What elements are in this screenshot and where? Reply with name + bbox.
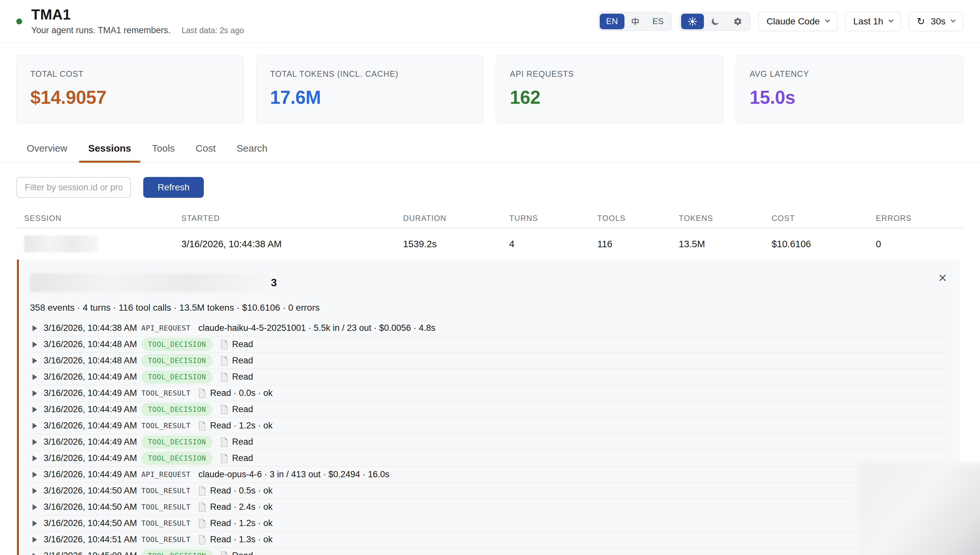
privacy-blur-overlay xyxy=(858,463,980,555)
document-icon xyxy=(220,372,228,382)
agent-select[interactable]: Claude Code xyxy=(758,12,837,31)
event-detail-text: Read · 1.2s · ok xyxy=(210,421,272,431)
language-option-en[interactable]: EN xyxy=(600,14,624,29)
tab[interactable]: Overview xyxy=(27,133,68,162)
language-option-es[interactable]: ES xyxy=(646,14,670,29)
expand-caret-icon xyxy=(32,423,37,429)
event-type-badge: TOOL_DECISION xyxy=(141,549,212,555)
document-icon xyxy=(198,486,206,496)
time-range-value: Last 1h xyxy=(853,16,883,27)
session-title-suffix: 3 xyxy=(271,276,277,289)
language-toggle: EN ES xyxy=(598,12,672,31)
tab[interactable]: Search xyxy=(237,133,268,162)
expand-caret-icon xyxy=(32,390,37,396)
system-theme-button[interactable] xyxy=(727,14,749,29)
event-type-badge: TOOL_DECISION xyxy=(141,354,212,367)
event-row[interactable]: 3/16/2026, 10:44:49 AM API_REQUEST claud… xyxy=(30,467,946,483)
refresh-button[interactable]: Refresh xyxy=(143,177,204,198)
stat-label: TOTAL TOKENS (INCL. CACHE) xyxy=(270,69,470,79)
event-timestamp: 3/16/2026, 10:44:49 AM xyxy=(43,470,141,480)
event-row[interactable]: 3/16/2026, 10:44:49 AM TOOL_DECISION Rea… xyxy=(30,434,946,450)
status-dot xyxy=(16,19,22,24)
tab[interactable]: Sessions xyxy=(88,133,131,162)
event-detail-text: claude-opus-4-6 · 3 in / 413 out · $0.24… xyxy=(198,470,389,480)
expand-caret-icon xyxy=(32,342,37,347)
expand-caret-icon xyxy=(32,504,37,510)
event-type-badge: TOOL_RESULT xyxy=(141,389,190,397)
session-row[interactable]: 3/16/2026, 10:44:38 AM 1539.2s 4 116 13.… xyxy=(16,228,964,260)
column-header: SESSION xyxy=(16,214,174,223)
event-row[interactable]: 3/16/2026, 10:44:49 AM TOOL_DECISION Rea… xyxy=(30,369,946,385)
event-row[interactable]: 3/16/2026, 10:44:48 AM TOOL_DECISION Rea… xyxy=(30,336,946,353)
event-detail-text: Read · 0.5s · ok xyxy=(210,486,272,496)
event-detail-text: Read xyxy=(232,372,253,382)
event-detail-text: Read xyxy=(232,453,253,463)
session-tokens-cell: 13.5M xyxy=(671,239,764,250)
document-icon xyxy=(220,437,228,447)
event-row[interactable]: 3/16/2026, 10:44:50 AM TOOL_RESULT Read … xyxy=(30,515,946,532)
tab[interactable]: Tools xyxy=(152,133,175,162)
document-icon xyxy=(198,535,206,545)
stat-label: AVG LATENCY xyxy=(750,69,949,79)
document-icon xyxy=(220,551,228,555)
dark-theme-button[interactable] xyxy=(704,14,727,29)
event-detail-text: Read · 2.4s · ok xyxy=(210,502,272,512)
stat-cards: TOTAL COST $14.9057 TOTAL TOKENS (INCL. … xyxy=(16,55,963,123)
event-type-badge: TOOL_RESULT xyxy=(141,422,190,430)
stat-value: $14.9057 xyxy=(30,87,230,108)
event-timestamp: 3/16/2026, 10:44:49 AM xyxy=(43,437,141,447)
event-type-badge: TOOL_DECISION xyxy=(141,370,212,383)
event-row[interactable]: 3/16/2026, 10:44:50 AM TOOL_RESULT Read … xyxy=(30,483,946,499)
stat-value: 162 xyxy=(510,87,710,108)
time-range-select[interactable]: Last 1h xyxy=(845,12,901,31)
event-timestamp: 3/16/2026, 10:44:48 AM xyxy=(43,339,141,350)
event-type-badge: TOOL_DECISION xyxy=(141,403,212,416)
sessions-table-body: 3/16/2026, 10:44:38 AM 1539.2s 4 116 13.… xyxy=(16,228,964,260)
event-timestamp: 3/16/2026, 10:44:51 AM xyxy=(43,534,141,545)
event-row[interactable]: 3/16/2026, 10:44:49 AM TOOL_RESULT Read … xyxy=(30,418,946,434)
chevron-down-icon xyxy=(951,18,956,23)
brand: TMA1 Your agent runs. TMA1 remembers. La… xyxy=(16,7,244,35)
stat-value: 17.6M xyxy=(270,87,470,108)
event-timestamp: 3/16/2026, 10:44:38 AM xyxy=(43,323,141,333)
event-timestamp: 3/16/2026, 10:44:50 AM xyxy=(43,486,141,496)
event-row[interactable]: 3/16/2026, 10:44:51 AM TOOL_RESULT Read … xyxy=(30,532,946,548)
document-icon xyxy=(198,388,206,398)
event-row[interactable]: 3/16/2026, 10:44:49 AM TOOL_RESULT Read … xyxy=(30,385,946,401)
event-row[interactable]: 3/16/2026, 10:44:49 AM TOOL_DECISION Rea… xyxy=(30,450,946,467)
stat-card: TOTAL TOKENS (INCL. CACHE) 17.6M xyxy=(256,55,484,123)
expand-caret-icon xyxy=(32,439,37,445)
session-id-redacted-blob xyxy=(24,236,98,252)
event-row[interactable]: 3/16/2026, 10:44:38 AM API_REQUEST claud… xyxy=(30,320,946,336)
expand-caret-icon xyxy=(32,325,37,331)
event-row[interactable]: 3/16/2026, 10:44:48 AM TOOL_DECISION Rea… xyxy=(30,353,946,369)
event-detail-text: Read · 1.3s · ok xyxy=(210,534,272,545)
refresh-interval-select[interactable]: ↻ 30s xyxy=(909,12,963,31)
stat-value: 15.0s xyxy=(750,87,949,108)
event-row[interactable]: 3/16/2026, 10:45:08 AM TOOL_DECISION Rea… xyxy=(30,548,946,555)
stat-card: AVG LATENCY 15.0s xyxy=(736,55,963,123)
event-type-badge: TOOL_RESULT xyxy=(141,536,190,544)
language-option-zh[interactable] xyxy=(624,14,646,29)
event-row[interactable]: 3/16/2026, 10:44:49 AM TOOL_DECISION Rea… xyxy=(30,401,946,418)
expand-caret-icon xyxy=(32,456,37,461)
session-filter-input[interactable] xyxy=(16,177,131,198)
event-type-badge: API_REQUEST xyxy=(141,470,190,478)
refresh-arrow-icon: ↻ xyxy=(917,16,925,27)
session-cost-cell: $10.6106 xyxy=(764,239,868,250)
column-header: COST xyxy=(764,214,868,223)
document-icon xyxy=(198,421,206,431)
sessions-table: SESSION STARTED DURATION TURNS TOOLS TOK… xyxy=(16,209,964,260)
light-theme-button[interactable] xyxy=(681,14,704,29)
event-detail-text: claude-haiku-4-5-20251001 · 5.5k in / 23… xyxy=(198,323,435,333)
document-icon xyxy=(198,502,206,512)
stat-label: API REQUESTS xyxy=(510,69,710,79)
document-icon xyxy=(198,518,206,528)
document-icon xyxy=(220,454,228,463)
column-header: TURNS xyxy=(501,214,590,223)
tab[interactable]: Cost xyxy=(196,133,216,162)
header-controls: EN ES xyxy=(598,12,963,31)
expand-caret-icon xyxy=(32,553,37,555)
close-icon[interactable]: × xyxy=(938,271,947,285)
event-row[interactable]: 3/16/2026, 10:44:50 AM TOOL_RESULT Read … xyxy=(30,499,946,515)
